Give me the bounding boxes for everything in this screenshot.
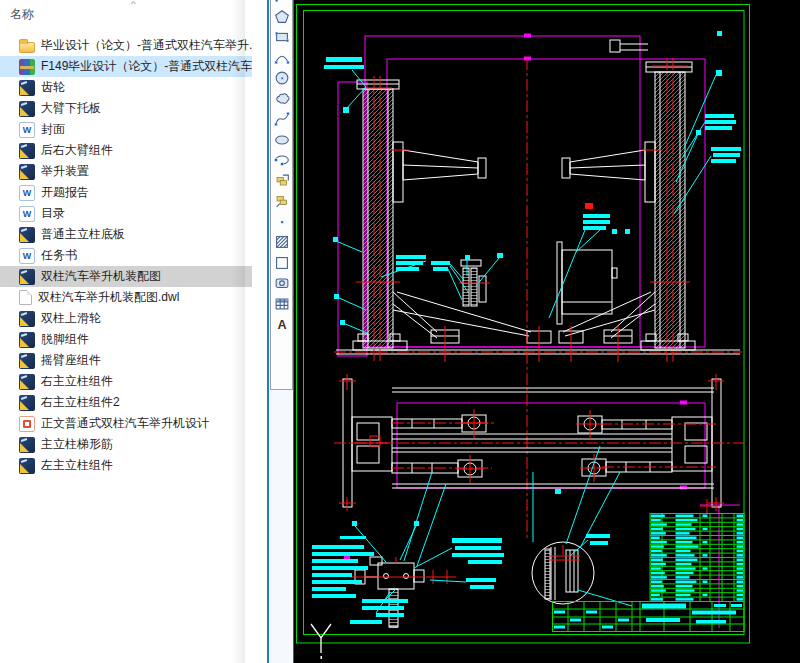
circle-icon[interactable] bbox=[271, 68, 292, 89]
file-row[interactable]: 右主立柱组件2 bbox=[0, 392, 252, 413]
word-file-icon: W bbox=[19, 206, 35, 222]
hatch-icon[interactable] bbox=[271, 232, 292, 253]
file-name-label: 目录 bbox=[41, 205, 65, 222]
file-name-label: 主立柱梯形筋 bbox=[41, 436, 113, 453]
arc-icon[interactable] bbox=[271, 48, 292, 69]
cad-file-icon bbox=[19, 269, 35, 285]
file-row[interactable]: 摇臂座组件 bbox=[0, 350, 252, 371]
make-block-icon[interactable] bbox=[271, 191, 292, 212]
file-name-label: 脱脚组件 bbox=[41, 331, 89, 348]
file-name-label: 普通主立柱底板 bbox=[41, 226, 125, 243]
file-row[interactable]: 双柱汽车举升机装配图.dwl bbox=[0, 287, 252, 308]
dwl-file-icon bbox=[19, 290, 32, 305]
insert-block-icon[interactable] bbox=[271, 171, 292, 192]
polygon-icon[interactable] bbox=[271, 7, 292, 28]
file-name-label: F149毕业设计（论文）-普通式双柱汽车... bbox=[41, 58, 252, 75]
point-icon[interactable] bbox=[271, 212, 292, 233]
rectangle-icon[interactable] bbox=[271, 27, 292, 48]
file-name-label: 齿轮 bbox=[41, 79, 65, 96]
ellipse-icon[interactable] bbox=[271, 130, 292, 151]
cad-file-icon bbox=[19, 374, 35, 390]
file-row[interactable]: 后右大臂组件 bbox=[0, 140, 252, 161]
file-name-label: 摇臂座组件 bbox=[41, 352, 101, 369]
multiline-text-icon[interactable]: A bbox=[271, 314, 292, 335]
cad-file-icon bbox=[19, 395, 35, 411]
file-name-label: 后右大臂组件 bbox=[41, 142, 113, 159]
file-name-label: 双柱汽车举升机装配图.dwl bbox=[38, 289, 179, 306]
file-name-label: 右主立柱组件 bbox=[41, 373, 113, 390]
ellipse-arc-icon[interactable] bbox=[271, 150, 292, 171]
column-header-name[interactable]: 名称 bbox=[10, 6, 34, 23]
revision-cloud-icon[interactable] bbox=[271, 89, 292, 110]
cad-file-icon bbox=[19, 437, 35, 453]
file-row[interactable]: 毕业设计（论文）-普通式双柱汽车举升... bbox=[0, 35, 252, 56]
word-file-icon: W bbox=[19, 248, 35, 264]
file-row[interactable]: 双柱汽车举升机装配图 bbox=[0, 266, 252, 287]
file-row[interactable]: 左主立柱组件 bbox=[0, 455, 252, 476]
file-name-label: 双柱汽车举升机装配图 bbox=[41, 268, 161, 285]
cad-file-icon bbox=[19, 353, 35, 369]
file-row[interactable]: W 目录 bbox=[0, 203, 252, 224]
file-name-label: 大臂下托板 bbox=[41, 100, 101, 117]
file-row[interactable]: W 开题报告 bbox=[0, 182, 252, 203]
rar-file-icon bbox=[19, 59, 35, 75]
file-row[interactable]: 主立柱梯形筋 bbox=[0, 434, 252, 455]
spline-icon[interactable] bbox=[271, 109, 292, 130]
file-row[interactable]: 普通主立柱底板 bbox=[0, 224, 252, 245]
cad-file-icon bbox=[19, 143, 35, 159]
table-icon[interactable] bbox=[271, 294, 292, 315]
sort-ascending-icon[interactable]: ^ bbox=[131, 0, 136, 8]
file-row[interactable]: 齿轮 bbox=[0, 77, 252, 98]
assembly-drawing-svg bbox=[294, 0, 800, 663]
file-row[interactable]: 正文普通式双柱汽车举升机设计 bbox=[0, 413, 252, 434]
file-name-label: 双柱上滑轮 bbox=[41, 310, 101, 327]
file-name-label: 毕业设计（论文）-普通式双柱汽车举升... bbox=[41, 37, 252, 54]
file-row[interactable]: W 任务书 bbox=[0, 245, 252, 266]
word-file-icon: W bbox=[19, 185, 35, 201]
file-row[interactable]: 举升装置 bbox=[0, 161, 252, 182]
cad-file-icon bbox=[19, 311, 35, 327]
file-name-label: 正文普通式双柱汽车举升机设计 bbox=[41, 415, 209, 432]
cad-file-icon bbox=[19, 101, 35, 117]
folder-file-icon bbox=[19, 42, 35, 53]
file-list: 毕业设计（论文）-普通式双柱汽车举升... F149毕业设计（论文）-普通式双柱… bbox=[0, 35, 252, 476]
draw-toolbar: A bbox=[269, 0, 294, 663]
file-row[interactable]: W 封面 bbox=[0, 119, 252, 140]
file-row[interactable]: 大臂下托板 bbox=[0, 98, 252, 119]
cad-file-icon bbox=[19, 332, 35, 348]
file-row[interactable]: F149毕业设计（论文）-普通式双柱汽车... bbox=[0, 56, 252, 77]
file-explorer-panel: 名称 ^ 毕业设计（论文）-普通式双柱汽车举升... F149毕业设计（论文）-… bbox=[0, 0, 267, 663]
draw-toolbar-icon-column: A bbox=[270, 0, 293, 390]
wps-file-icon bbox=[19, 416, 35, 432]
cad-file-icon bbox=[19, 458, 35, 474]
cad-file-icon bbox=[19, 80, 35, 96]
file-name-label: 任务书 bbox=[41, 247, 77, 264]
region-icon[interactable] bbox=[271, 273, 292, 294]
cad-file-icon bbox=[19, 227, 35, 243]
word-file-icon: W bbox=[19, 122, 35, 138]
red-marker bbox=[585, 203, 593, 209]
file-row[interactable]: 双柱上滑轮 bbox=[0, 308, 252, 329]
svg-text:A: A bbox=[277, 318, 286, 332]
gradient-icon[interactable] bbox=[271, 253, 292, 274]
file-row[interactable]: 右主立柱组件 bbox=[0, 371, 252, 392]
cad-canvas[interactable] bbox=[294, 0, 800, 663]
file-row[interactable]: 脱脚组件 bbox=[0, 329, 252, 350]
file-name-label: 封面 bbox=[41, 121, 65, 138]
file-name-label: 右主立柱组件2 bbox=[41, 394, 120, 411]
file-name-label: 左主立柱组件 bbox=[41, 457, 113, 474]
cad-file-icon bbox=[19, 164, 35, 180]
app-window: 名称 ^ 毕业设计（论文）-普通式双柱汽车举升... F149毕业设计（论文）-… bbox=[0, 0, 800, 663]
file-name-label: 举升装置 bbox=[41, 163, 89, 180]
file-name-label: 开题报告 bbox=[41, 184, 89, 201]
